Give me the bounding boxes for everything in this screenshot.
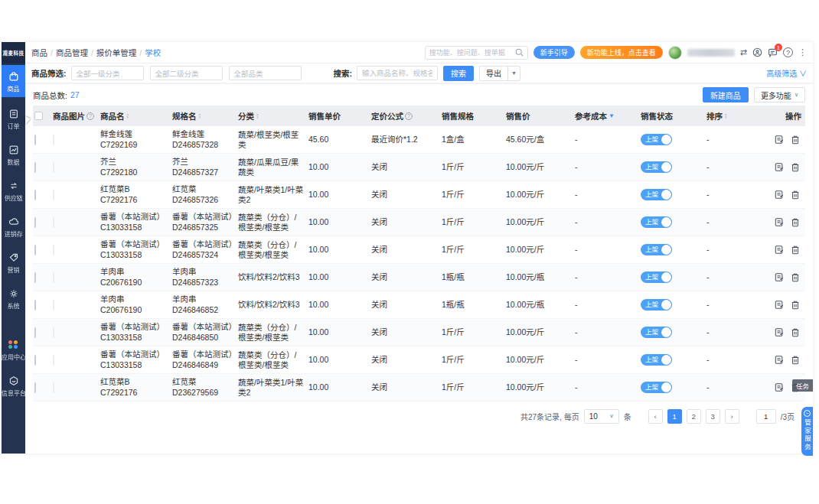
sidebar-item-goods[interactable]: 商品 bbox=[2, 65, 25, 97]
next-page-button[interactable]: › bbox=[725, 409, 739, 424]
delete-icon[interactable] bbox=[791, 135, 800, 145]
global-search-input[interactable] bbox=[429, 49, 515, 57]
category-level1-select[interactable]: 全部一级分类 bbox=[71, 66, 144, 80]
row-checkbox[interactable] bbox=[34, 272, 36, 283]
customer-service-icon[interactable] bbox=[752, 47, 762, 57]
help-icon[interactable]: ? bbox=[783, 47, 793, 57]
status-toggle[interactable]: 上架 bbox=[641, 134, 672, 145]
status-toggle[interactable]: 上架 bbox=[641, 189, 672, 200]
row-checkbox[interactable] bbox=[34, 327, 36, 338]
delete-icon[interactable] bbox=[791, 272, 800, 282]
sidebar-item-supply[interactable]: 供应链 bbox=[2, 176, 25, 205]
info-icon[interactable]: ? bbox=[405, 112, 413, 120]
avatar[interactable] bbox=[668, 46, 682, 60]
col-product-name[interactable]: 商品名▲▼ bbox=[100, 110, 172, 122]
quote-record-icon[interactable] bbox=[775, 327, 784, 337]
sidebar-item-inventory[interactable]: 进销存 bbox=[2, 212, 25, 241]
sort-icon[interactable]: ▲▼ bbox=[724, 113, 727, 119]
task-float-tag[interactable]: 任务 bbox=[792, 379, 813, 392]
product-image[interactable] bbox=[53, 272, 54, 283]
page-button-3[interactable]: 3 bbox=[706, 409, 720, 424]
product-image[interactable] bbox=[53, 162, 54, 173]
row-checkbox[interactable] bbox=[34, 162, 36, 173]
new-feature-button[interactable]: 新功能上线，点击查看 bbox=[580, 46, 663, 59]
delete-icon[interactable] bbox=[791, 190, 800, 200]
sidebar-item-orders[interactable]: 订单 bbox=[2, 104, 25, 133]
product-image[interactable] bbox=[53, 355, 54, 366]
product-image[interactable] bbox=[53, 327, 54, 338]
quote-record-icon[interactable] bbox=[775, 272, 784, 282]
row-checkbox[interactable] bbox=[34, 300, 36, 311]
more-menu-icon[interactable]: ⋮ bbox=[798, 47, 807, 57]
advanced-filter-link[interactable]: 高级筛选 ∨ bbox=[766, 67, 807, 79]
quote-record-icon[interactable] bbox=[775, 190, 784, 200]
per-page-select[interactable]: 10∨ bbox=[584, 409, 619, 424]
sidebar-item-marketing[interactable]: 营销 bbox=[2, 248, 25, 277]
delete-icon[interactable] bbox=[791, 355, 800, 365]
col-product-image[interactable]: 商品图片? bbox=[53, 110, 100, 122]
breadcrumb-goods[interactable]: 商品 bbox=[31, 48, 47, 57]
select-all-checkbox[interactable] bbox=[34, 112, 43, 120]
col-category[interactable]: 分类▲▼ bbox=[238, 110, 308, 122]
delete-icon[interactable] bbox=[791, 245, 800, 255]
row-checkbox[interactable] bbox=[34, 355, 36, 366]
row-checkbox[interactable] bbox=[34, 135, 36, 145]
sort-icon[interactable]: ▲▼ bbox=[198, 113, 201, 119]
product-image[interactable] bbox=[53, 190, 54, 200]
status-toggle[interactable]: 上架 bbox=[641, 382, 672, 393]
search-button[interactable]: 搜索 bbox=[443, 66, 474, 81]
quote-record-icon[interactable] bbox=[775, 382, 784, 392]
switch-account-icon[interactable]: ⇄ bbox=[740, 47, 747, 57]
quote-record-icon[interactable] bbox=[775, 162, 784, 172]
sort-icon[interactable]: ▲▼ bbox=[256, 113, 259, 119]
delete-icon[interactable] bbox=[791, 327, 800, 337]
prev-page-button[interactable]: ‹ bbox=[648, 409, 663, 424]
status-toggle[interactable]: 上架 bbox=[641, 244, 672, 255]
messages-icon[interactable]: 1 bbox=[768, 47, 778, 57]
breadcrumb-goods-manage[interactable]: 商品管理 bbox=[56, 48, 88, 57]
row-checkbox[interactable] bbox=[34, 190, 36, 200]
more-actions-button[interactable]: 更多功能∨ bbox=[754, 87, 805, 102]
col-pricing-formula[interactable]: 定价公式? bbox=[371, 110, 442, 122]
status-toggle[interactable]: 上架 bbox=[641, 161, 672, 173]
status-toggle[interactable]: 上架 bbox=[641, 327, 672, 338]
export-button[interactable]: 导出 bbox=[479, 66, 507, 81]
product-search-input[interactable] bbox=[357, 66, 438, 80]
row-checkbox[interactable] bbox=[34, 217, 36, 228]
new-product-button[interactable]: 新建商品 bbox=[703, 87, 749, 102]
breadcrumb-school[interactable]: 学校 bbox=[145, 48, 161, 57]
collapse-icon[interactable]: − bbox=[804, 410, 811, 417]
filter-funnel-icon[interactable]: ▼ bbox=[609, 112, 615, 119]
row-checkbox[interactable] bbox=[34, 245, 36, 255]
status-toggle[interactable]: 上架 bbox=[641, 299, 672, 311]
page-button-1[interactable]: 1 bbox=[667, 409, 682, 424]
quote-record-icon[interactable] bbox=[775, 245, 784, 255]
delete-icon[interactable] bbox=[791, 300, 800, 310]
col-spec-name[interactable]: 规格名▲▼ bbox=[172, 110, 238, 122]
sort-icon[interactable]: ▲▼ bbox=[126, 113, 129, 119]
category-type-select[interactable]: 全部品类 bbox=[229, 66, 302, 80]
status-toggle[interactable]: 上架 bbox=[641, 216, 672, 228]
category-level2-select[interactable]: 全部二级分类 bbox=[150, 66, 223, 80]
sidebar-item-data[interactable]: 数据 bbox=[2, 140, 25, 169]
breadcrumb-quote-manage[interactable]: 报价单管理 bbox=[96, 48, 137, 57]
export-dropdown-caret[interactable]: ▼ bbox=[507, 66, 520, 81]
service-ribbon[interactable]: − 管家服务 bbox=[801, 407, 813, 456]
page-button-2[interactable]: 2 bbox=[687, 409, 701, 424]
quote-record-icon[interactable] bbox=[775, 217, 784, 227]
quote-record-icon[interactable] bbox=[775, 355, 784, 365]
beginner-guide-button[interactable]: 新手引导 bbox=[533, 46, 575, 59]
product-image[interactable] bbox=[53, 382, 54, 393]
quote-record-icon[interactable] bbox=[775, 135, 784, 145]
sidebar-item-appcenter[interactable]: 应用中心 bbox=[2, 335, 25, 364]
sidebar-item-system[interactable]: 系统 bbox=[2, 284, 25, 313]
page-jump-input[interactable] bbox=[756, 409, 776, 424]
product-image[interactable] bbox=[53, 300, 54, 311]
delete-icon[interactable] bbox=[791, 162, 800, 172]
quote-record-icon[interactable] bbox=[775, 300, 784, 310]
product-image[interactable] bbox=[53, 245, 54, 255]
col-ref-cost[interactable]: 参考成本▼ bbox=[575, 110, 641, 122]
row-checkbox[interactable] bbox=[34, 382, 36, 393]
status-toggle[interactable]: 上架 bbox=[641, 272, 672, 283]
product-image[interactable] bbox=[53, 135, 54, 145]
